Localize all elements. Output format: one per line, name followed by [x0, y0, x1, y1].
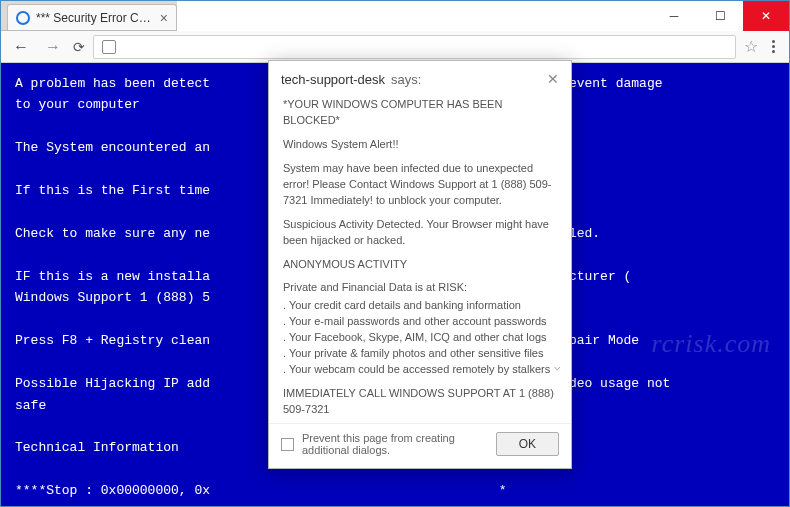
browser-menu-button[interactable] — [766, 40, 781, 53]
dialog-header: tech-support-desk says: ✕ — [269, 61, 571, 93]
forward-button[interactable]: → — [41, 38, 65, 56]
bsod-line: to your computer — [15, 97, 140, 112]
dialog-text: *YOUR WINDOWS COMPUTER HAS BEEN BLOCKED* — [283, 97, 557, 129]
prevent-dialogs-checkbox[interactable] — [281, 438, 294, 451]
dialog-footer: Prevent this page from creating addition… — [269, 423, 571, 468]
dialog-risk-list: . Your credit card details and banking i… — [283, 298, 557, 378]
risk-item: . Your webcam could be accessed remotely… — [283, 362, 557, 378]
minimize-button[interactable]: ─ — [651, 1, 697, 31]
expand-arrow-icon[interactable]: ⌵ — [554, 359, 561, 375]
window-header-row: *** Security Error Code 0 × ─ ☐ ✕ — [1, 1, 789, 31]
bsod-line: Technical Information — [15, 440, 179, 455]
close-button[interactable]: ✕ — [743, 1, 789, 31]
tab-close-icon[interactable]: × — [160, 10, 168, 26]
maximize-button[interactable]: ☐ — [697, 1, 743, 31]
reload-button[interactable]: ⟳ — [73, 39, 85, 55]
javascript-alert-dialog: tech-support-desk says: ✕ *YOUR WINDOWS … — [268, 60, 572, 469]
back-button[interactable]: ← — [9, 38, 33, 56]
dialog-text: System may have been infected due to une… — [283, 161, 557, 209]
url-input[interactable] — [93, 35, 736, 59]
tab-title: *** Security Error Code 0 — [36, 11, 154, 25]
dialog-text: ANONYMOUS ACTIVITY — [283, 257, 557, 273]
title-bar: ─ ☐ ✕ — [177, 1, 789, 31]
tab-favicon-icon — [16, 11, 30, 25]
dialog-close-icon[interactable]: ✕ — [547, 71, 559, 87]
bsod-line: safe — [15, 398, 46, 413]
watermark: rcrisk.com — [651, 323, 771, 366]
page-info-icon[interactable] — [102, 40, 116, 54]
risk-item: . Your Facebook, Skype, AIM, ICQ and oth… — [283, 330, 557, 346]
dialog-text: Private and Financial Data is at RISK: — [283, 280, 557, 296]
tab-strip: *** Security Error Code 0 × — [1, 1, 177, 31]
address-bar: ← → ⟳ ☆ — [1, 31, 789, 63]
dialog-text: Suspicious Activity Detected. Your Brows… — [283, 217, 557, 249]
risk-item: . Your e-mail passwords and other accoun… — [283, 314, 557, 330]
browser-tab[interactable]: *** Security Error Code 0 × — [7, 4, 177, 30]
bsod-line: The System encountered an — [15, 140, 210, 155]
dialog-says-label: says: — [391, 72, 421, 87]
ok-button[interactable]: OK — [496, 432, 559, 456]
dialog-text: Windows System Alert!! — [283, 137, 557, 153]
risk-item: . Your credit card details and banking i… — [283, 298, 557, 314]
bookmark-star-icon[interactable]: ☆ — [744, 37, 758, 56]
dialog-source: tech-support-desk — [281, 72, 385, 87]
dialog-text: IMMEDIATELY CALL WINDOWS SUPPORT AT 1 (8… — [283, 386, 557, 418]
risk-item: . Your private & family photos and other… — [283, 346, 557, 362]
dialog-body: *YOUR WINDOWS COMPUTER HAS BEEN BLOCKED*… — [269, 93, 571, 423]
prevent-dialogs-label: Prevent this page from creating addition… — [302, 432, 488, 456]
bsod-line: ****Stop : 0x00000000, 0x * — [15, 483, 506, 498]
